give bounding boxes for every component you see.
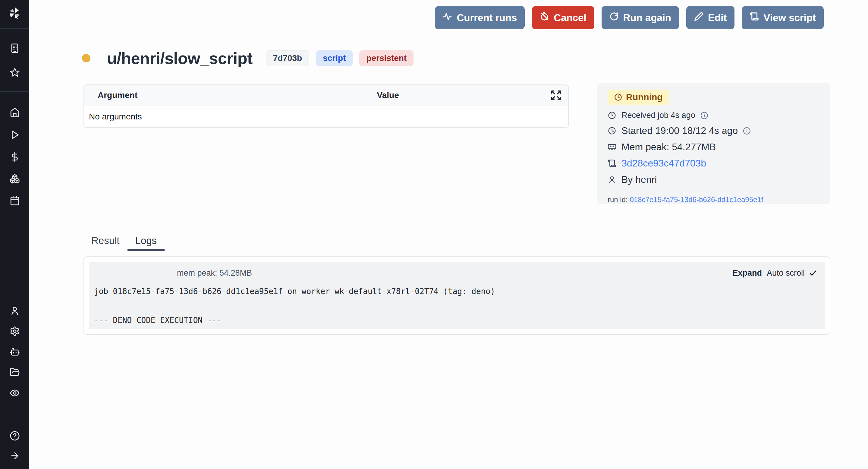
script-hash-link[interactable]: 3d28ce93c47d703b xyxy=(621,158,706,169)
value-column-header: Value xyxy=(375,90,544,100)
current-runs-button[interactable]: Current runs xyxy=(435,6,525,29)
checkmark-icon xyxy=(809,269,817,277)
scroll-icon xyxy=(749,12,759,24)
schedules-calendar-icon[interactable] xyxy=(0,195,29,207)
edit-button[interactable]: Edit xyxy=(686,6,735,29)
cancel-button[interactable]: Cancel xyxy=(532,6,594,29)
user-icon[interactable] xyxy=(0,304,29,317)
run-again-button[interactable]: Run again xyxy=(601,6,679,29)
log-viewer: mem peak: 54.28MB Expand Auto scroll job… xyxy=(89,262,825,329)
status-badge: Running xyxy=(608,90,669,105)
workspace-building-icon[interactable] xyxy=(0,42,29,54)
auto-scroll-toggle[interactable]: Auto scroll xyxy=(767,268,817,278)
clock-icon xyxy=(608,111,616,120)
hash-badge: 7d703b xyxy=(266,50,310,66)
result-logs-tabs: Result Logs xyxy=(84,232,830,251)
audit-eye-icon[interactable] xyxy=(0,387,29,399)
log-text: job 018c7e15-fa75-13d6-b626-dd1c1ea95e1f… xyxy=(94,287,495,325)
scroll-icon xyxy=(608,159,616,168)
arguments-table-header: Argument Value xyxy=(84,85,568,106)
workers-robot-icon[interactable] xyxy=(0,346,29,358)
started-row: Started 19:00 18/12 4s ago xyxy=(608,125,819,136)
memory-icon xyxy=(608,143,616,151)
user-icon xyxy=(608,175,616,184)
log-panel: mem peak: 54.28MB Expand Auto scroll job… xyxy=(84,256,830,335)
log-mem-peak: mem peak: 54.28MB xyxy=(177,268,252,278)
sidebar xyxy=(0,0,29,469)
running-status-dot xyxy=(82,54,90,62)
expand-logs-button[interactable]: Expand xyxy=(733,268,762,278)
refresh-icon xyxy=(610,12,619,24)
variables-dollar-icon[interactable] xyxy=(0,151,29,163)
argument-column-header: Argument xyxy=(84,90,375,100)
settings-gear-icon[interactable] xyxy=(0,325,29,337)
toolbar: Current runs Cancel Run again Edit View … xyxy=(435,6,824,29)
view-script-button[interactable]: View script xyxy=(742,6,824,29)
tab-logs[interactable]: Logs xyxy=(127,232,165,251)
activity-icon xyxy=(443,12,452,24)
run-id-row: run id: 018c7e15-fa75-13d6-b626-dd1c1ea9… xyxy=(608,196,819,204)
clock-icon xyxy=(614,93,622,101)
status-panel: Running Received job 4s ago Started 19:0… xyxy=(597,83,830,204)
page-title: u/henri/slow_script xyxy=(107,49,253,67)
help-icon[interactable] xyxy=(0,430,29,442)
script-hash-row: 3d28ce93c47d703b xyxy=(608,158,819,169)
received-row: Received job 4s ago xyxy=(608,111,819,120)
table-row: No arguments xyxy=(84,106,568,127)
resources-boxes-icon[interactable] xyxy=(0,173,29,185)
arguments-table: Argument Value No arguments xyxy=(84,84,569,128)
pen-icon xyxy=(694,12,704,24)
sidebar-divider xyxy=(0,28,29,29)
info-icon[interactable] xyxy=(701,112,708,119)
sidebar-divider xyxy=(0,91,29,92)
favorites-star-icon[interactable] xyxy=(0,66,29,79)
home-icon[interactable] xyxy=(0,107,29,119)
runs-play-icon[interactable] xyxy=(0,129,29,141)
expand-sidebar-arrow-icon[interactable] xyxy=(0,450,29,462)
tab-result[interactable]: Result xyxy=(84,232,127,251)
folders-icon[interactable] xyxy=(0,366,29,378)
expand-table-icon[interactable] xyxy=(544,90,568,101)
log-controls: Expand Auto scroll xyxy=(733,268,817,278)
run-id-link[interactable]: 018c7e15-fa75-13d6-b626-dd1c1ea95e1f xyxy=(629,196,763,204)
info-icon[interactable] xyxy=(743,127,751,135)
by-user-row: By henri xyxy=(608,174,819,185)
title-row: u/henri/slow_script 7d703b script persis… xyxy=(82,49,413,67)
mem-peak-row: Mem peak: 54.277MB xyxy=(608,142,819,153)
cancel-slash-icon xyxy=(540,12,549,24)
windmill-logo-icon[interactable] xyxy=(0,6,29,21)
title-badges: 7d703b script persistent xyxy=(266,50,414,66)
kind-badge: script xyxy=(316,50,352,66)
persistence-badge: persistent xyxy=(359,50,413,66)
clock-icon xyxy=(608,126,616,135)
run-page: Current runs Cancel Run again Edit View … xyxy=(0,0,868,469)
